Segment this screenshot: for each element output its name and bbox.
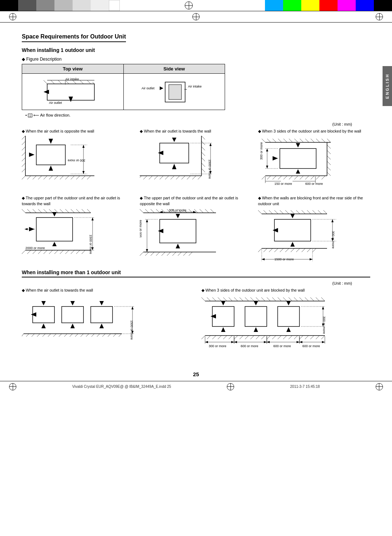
svg-marker-31 <box>49 139 53 144</box>
svg-text:600 or more: 600 or more <box>241 344 258 348</box>
svg-text:Air outlet: Air outlet <box>142 86 155 90</box>
side-view-header: Side view <box>123 64 225 74</box>
svg-marker-371 <box>267 341 270 343</box>
svg-line-274 <box>59 334 62 337</box>
svg-text:600 or more: 600 or more <box>273 344 291 348</box>
svg-line-67 <box>143 176 147 179</box>
diagram-label-2: ◆ When the air outlet is towards the wal… <box>140 129 252 134</box>
svg-marker-342 <box>221 301 225 305</box>
svg-line-219 <box>280 210 283 214</box>
svg-line-24 <box>22 147 25 150</box>
svg-line-300 <box>240 297 243 301</box>
svg-line-178 <box>156 209 160 213</box>
svg-line-216 <box>264 210 267 214</box>
svg-marker-349 <box>286 327 291 332</box>
svg-text:300 or more: 300 or more <box>68 159 85 162</box>
svg-line-157 <box>44 250 47 254</box>
svg-line-135 <box>22 209 25 213</box>
svg-line-218 <box>274 210 278 214</box>
svg-line-46 <box>87 176 91 179</box>
svg-line-319 <box>212 336 216 339</box>
svg-line-107 <box>267 176 271 179</box>
svg-line-283 <box>108 334 111 337</box>
svg-line-59 <box>201 163 205 167</box>
svg-line-284 <box>113 334 116 337</box>
top-color-bars <box>0 0 392 11</box>
svg-line-85 <box>262 139 265 142</box>
diagram-cell-4: ◆ The upper part of the outdoor unit and… <box>22 195 134 262</box>
svg-text:500 or more: 500 or more <box>140 220 142 238</box>
svg-line-27 <box>22 163 25 167</box>
svg-line-68 <box>149 176 152 179</box>
svg-line-215 <box>258 210 262 214</box>
svg-line-175 <box>140 209 143 213</box>
svg-line-87 <box>273 139 276 142</box>
svg-line-70 <box>160 176 163 179</box>
svg-line-164 <box>82 250 85 254</box>
svg-text:300 or more: 300 or more <box>322 316 326 334</box>
svg-rect-29 <box>36 145 65 165</box>
svg-line-25 <box>22 152 25 156</box>
svg-line-332 <box>283 336 287 339</box>
svg-line-138 <box>38 209 42 213</box>
svg-marker-81 <box>209 143 212 146</box>
svg-marker-377 <box>299 341 302 343</box>
svg-line-99 <box>327 145 331 149</box>
svg-line-7 <box>51 80 54 84</box>
svg-marker-341 <box>211 314 216 318</box>
svg-line-139 <box>44 209 47 213</box>
svg-line-6 <box>44 80 47 84</box>
svg-line-320 <box>218 336 221 339</box>
diagram-grid-row2: ◆ The upper part of the outdoor unit and… <box>22 195 370 262</box>
svg-line-58 <box>201 158 205 161</box>
svg-marker-360 <box>231 341 234 343</box>
multi-diagram-1: ◆ When the air outlet is towards the wal… <box>22 288 191 360</box>
svg-line-177 <box>151 209 154 213</box>
diagram-cell-6: ◆ When the walls are blocking front and … <box>258 195 370 262</box>
svg-text:1500 or more: 1500 or more <box>208 159 212 179</box>
svg-line-136 <box>27 209 31 213</box>
svg-line-308 <box>283 297 287 301</box>
svg-marker-5 <box>69 97 73 102</box>
diagram-label-4: ◆ The upper part of the outdoor unit and… <box>22 195 134 207</box>
svg-rect-61 <box>160 143 189 163</box>
svg-line-337 <box>310 336 314 339</box>
section2-title: When installing more than 1 outdoor unit <box>22 269 370 277</box>
svg-marker-208 <box>146 249 148 252</box>
svg-marker-192 <box>176 244 180 248</box>
english-sidebar: ENGLISH <box>383 66 392 106</box>
svg-line-109 <box>278 176 282 179</box>
svg-line-40 <box>54 176 58 179</box>
svg-line-162 <box>71 250 74 254</box>
svg-marker-261 <box>70 301 75 305</box>
svg-marker-32 <box>49 166 53 171</box>
svg-rect-240 <box>274 219 311 241</box>
svg-line-94 <box>311 139 314 142</box>
svg-line-198 <box>162 252 165 256</box>
svg-line-226 <box>318 210 322 214</box>
svg-line-295 <box>212 297 216 301</box>
svg-marker-247 <box>331 219 334 222</box>
svg-line-60 <box>201 168 205 172</box>
svg-line-75 <box>187 176 191 179</box>
svg-line-196 <box>151 252 154 256</box>
svg-line-270 <box>37 334 40 337</box>
svg-line-186 <box>200 209 203 213</box>
unit-note-1: (Unit : mm) <box>22 122 370 126</box>
svg-line-271 <box>42 334 45 337</box>
svg-line-233 <box>280 248 283 252</box>
svg-line-188 <box>211 209 214 213</box>
svg-marker-4 <box>44 90 49 94</box>
svg-line-310 <box>294 297 298 301</box>
svg-marker-190 <box>158 229 163 233</box>
svg-line-323 <box>234 336 238 339</box>
svg-line-22 <box>22 136 25 139</box>
svg-line-338 <box>316 336 319 339</box>
diagram-cell-3: ◆ When 3 sides of the outdoor unit are b… <box>258 129 370 190</box>
svg-line-231 <box>269 248 273 252</box>
svg-line-269 <box>32 334 34 337</box>
svg-line-237 <box>302 248 305 252</box>
svg-line-108 <box>273 176 276 179</box>
svg-line-71 <box>165 176 169 179</box>
svg-line-95 <box>316 139 320 142</box>
